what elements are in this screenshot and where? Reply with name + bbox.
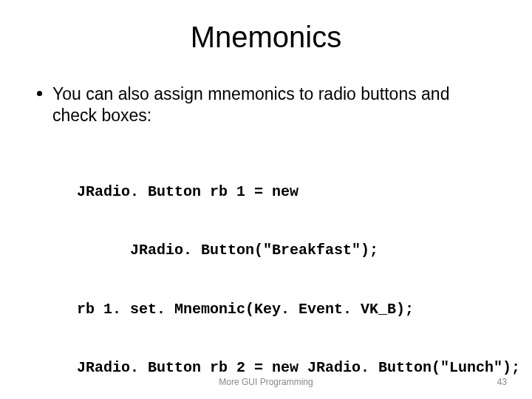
slide: Mnemonics You can also assign mnemonics … (0, 0, 532, 399)
code-line: JRadio. Button("Breakfast"); (77, 241, 495, 260)
bullet-dot-icon (37, 91, 42, 96)
slide-title: Mnemonics (37, 21, 495, 54)
code-line: JRadio. Button rb 1 = new (77, 183, 495, 202)
bullet-item: You can also assign mnemonics to radio b… (37, 83, 495, 126)
footer-center-text: More GUI Programming (0, 377, 532, 387)
code-block: JRadio. Button rb 1 = new JRadio. Button… (77, 144, 495, 400)
page-number: 43 (497, 377, 507, 387)
bullet-text: You can also assign mnemonics to radio b… (52, 83, 495, 126)
code-line: rb 1. set. Mnemonic(Key. Event. VK_B); (77, 300, 495, 319)
code-line: JRadio. Button rb 2 = new JRadio. Button… (77, 358, 495, 378)
